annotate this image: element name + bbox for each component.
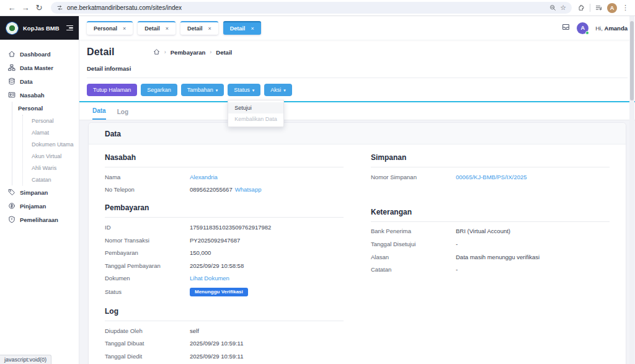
link-status-bubble: javascript:void(0) <box>0 355 51 364</box>
card-header: Data <box>89 123 626 144</box>
app-frame: KopJas BMB Dashboard Data Master Data Na… <box>0 16 635 364</box>
home-icon[interactable] <box>153 48 160 56</box>
field-row-catatan: Catatan - <box>371 263 610 276</box>
section-title-nasabah: Nasabah <box>105 146 344 167</box>
left-column: Nasabah Nama Alexandria No Telepon 08956… <box>105 146 344 363</box>
lihat-dokumen-link[interactable]: Lihat Dokumen <box>190 275 229 282</box>
status-dropdown-button[interactable]: Status▾ <box>228 84 260 96</box>
scrollbar[interactable] <box>629 16 634 364</box>
aksi-dropdown-button[interactable]: Aksi▾ <box>264 84 292 96</box>
chevron-right-icon: › <box>164 49 166 55</box>
field-row-no-telepon: No Telepon 0895622055667Whatsapp <box>105 184 344 197</box>
workspace-tab-detail-1[interactable]: Detail × <box>138 21 175 35</box>
browser-menu-icon[interactable]: ⋮ <box>622 4 629 12</box>
inbox-icon[interactable] <box>562 22 570 33</box>
coin-icon <box>8 202 16 210</box>
section-title-simpanan: Simpanan <box>371 146 610 167</box>
divider <box>590 4 590 12</box>
whatsapp-link[interactable]: Whatsapp <box>235 186 262 193</box>
back-icon[interactable]: ← <box>6 4 17 12</box>
tab-list-icon[interactable] <box>595 2 602 14</box>
close-icon[interactable]: × <box>166 25 169 32</box>
field-row-nomor-transaksi: Nomor Transaksi PY2025092947687 <box>105 234 344 247</box>
zoom-out-icon[interactable] <box>549 4 556 11</box>
breadcrumb-pembayaran[interactable]: Pembayaran <box>171 49 206 56</box>
data-card: Data Nasabah Nama Alexandria No Telepon <box>88 122 626 364</box>
field-row-pembayaran: Pembayaran 150,000 <box>105 246 344 259</box>
browser-profile-avatar[interactable]: A <box>607 3 617 13</box>
brand-name: KopJas BMB <box>23 25 62 32</box>
status-badge: Menunggu Verifikasi <box>190 288 248 296</box>
url-text: one.berkatmandiribersatu.com/sites/index <box>67 4 546 11</box>
sidebar-subitem-personal[interactable]: Personal <box>23 115 79 127</box>
sidebar-subitem-ahli-waris[interactable]: Ahli Waris <box>23 162 79 174</box>
sidebar-subitem-dokumen-utama[interactable]: Dokumen Utama <box>23 138 79 150</box>
tab-log[interactable]: Log <box>117 109 128 120</box>
workspace-tab-personal[interactable]: Personal × <box>87 21 133 35</box>
field-row-nomor-simpanan: Nomor Simpanan 00065/KJ-BMB/PS/IX/2025 <box>371 171 610 184</box>
sidebar-group-personal-title[interactable]: Personal <box>12 102 79 115</box>
sidebar-item-simpanan[interactable]: Simpanan <box>0 185 79 199</box>
sidebar-subitem-akun-virtual[interactable]: Akun Virtual <box>23 150 79 162</box>
field-row-tanggal-dibuat: Tanggal Dibuat 2025/09/29 10:59:11 <box>105 337 344 350</box>
tag-icon <box>8 189 16 196</box>
sidebar-item-pinjaman[interactable]: Pinjaman <box>0 199 79 213</box>
close-icon[interactable]: × <box>251 25 254 32</box>
user-name: Amanda <box>605 25 628 32</box>
close-icon[interactable]: × <box>208 25 211 32</box>
chevron-down-icon: ▾ <box>252 88 255 93</box>
field-row-nama: Nama Alexandria <box>105 171 344 184</box>
field-row-dokumen: Dokumen Lihat Dokumen <box>105 272 344 285</box>
tab-data[interactable]: Data <box>92 107 106 120</box>
chevron-right-icon: › <box>210 49 211 55</box>
refresh-button[interactable]: Segarkan <box>141 84 177 96</box>
section-title-log: Log <box>105 300 344 321</box>
close-icon[interactable]: × <box>123 25 126 32</box>
bookmark-star-icon[interactable]: ☆ <box>560 4 566 12</box>
menu-item-setujui[interactable]: Setujui <box>228 102 283 113</box>
field-row-alasan: Alasan Data masih menunggu verifikasi <box>371 251 610 264</box>
sidebar-subitem-catatan[interactable]: Catatan <box>23 174 79 185</box>
sidebar-subitems: Personal Alamat Dokumen Utama Akun Virtu… <box>22 115 79 185</box>
nomor-simpanan-link[interactable]: 00065/KJ-BMB/PS/IX/2025 <box>456 174 527 180</box>
menu-item-kembalikan-data[interactable]: Kembalikan Data <box>228 113 283 125</box>
page-subtitle: Detail informasi <box>87 65 628 72</box>
scrollbar-thumb[interactable] <box>630 21 634 100</box>
field-row-status: Status Menunggu Verifikasi <box>105 285 344 300</box>
section-title-keterangan: Keterangan <box>371 200 610 222</box>
sidebar-header: KopJas BMB <box>0 16 79 40</box>
browser-toolbar: ← → ↻ one.berkatmandiribersatu.com/sites… <box>0 0 635 16</box>
user-avatar[interactable]: A <box>577 22 588 34</box>
action-toolbar: Tutup Halaman Segarkan Tambahan▾ Status▾… <box>87 84 628 96</box>
sidebar-menu: Dashboard Data Master Data Nasabah Perso… <box>0 40 79 364</box>
card-body: Nasabah Nama Alexandria No Telepon 08956… <box>89 144 626 364</box>
main-area: Personal × Detail × Detail × Detail × A <box>79 16 635 364</box>
sidebar-item-dashboard[interactable]: Dashboard <box>0 47 79 61</box>
nama-link[interactable]: Alexandria <box>190 174 218 180</box>
browser-actions: A ⋮ <box>578 2 629 14</box>
sidebar-item-pemeliharaan[interactable]: Pemeliharaan <box>0 213 79 226</box>
workspace-tab-detail-active[interactable]: Detail × <box>223 21 261 35</box>
field-row-bank-penerima: Bank Penerima BRI (Virtual Account) <box>371 225 610 238</box>
workspace-tab-detail-2[interactable]: Detail × <box>180 21 218 35</box>
sidebar-item-data[interactable]: Data <box>0 74 79 88</box>
chevron-down-icon: ▾ <box>283 88 286 93</box>
close-page-button[interactable]: Tutup Halaman <box>87 84 137 96</box>
site-settings-icon[interactable] <box>56 4 63 11</box>
sidebar-toggle-icon[interactable] <box>66 25 73 31</box>
shield-icon <box>8 216 16 223</box>
sidebar-item-nasabah[interactable]: Nasabah <box>0 88 79 102</box>
reload-icon[interactable]: ↻ <box>33 4 45 12</box>
field-row-tanggal-diedit: Tanggal Diedit 2025/09/29 10:59:11 <box>105 350 344 363</box>
breadcrumb-detail: Detail <box>216 49 232 56</box>
user-greeting: Hi, Amanda <box>595 25 628 32</box>
sidebar-subitem-alamat[interactable]: Alamat <box>23 127 79 138</box>
additional-dropdown-button[interactable]: Tambahan▾ <box>181 84 224 96</box>
address-bar[interactable]: one.berkatmandiribersatu.com/sites/index… <box>51 2 572 14</box>
forward-icon[interactable]: → <box>20 4 31 12</box>
chevron-down-icon: ▾ <box>216 88 218 93</box>
id-card-icon <box>8 91 16 99</box>
sidebar: KopJas BMB Dashboard Data Master Data Na… <box>0 16 79 364</box>
extensions-icon[interactable] <box>578 2 585 14</box>
sidebar-item-data-master[interactable]: Data Master <box>0 61 79 74</box>
